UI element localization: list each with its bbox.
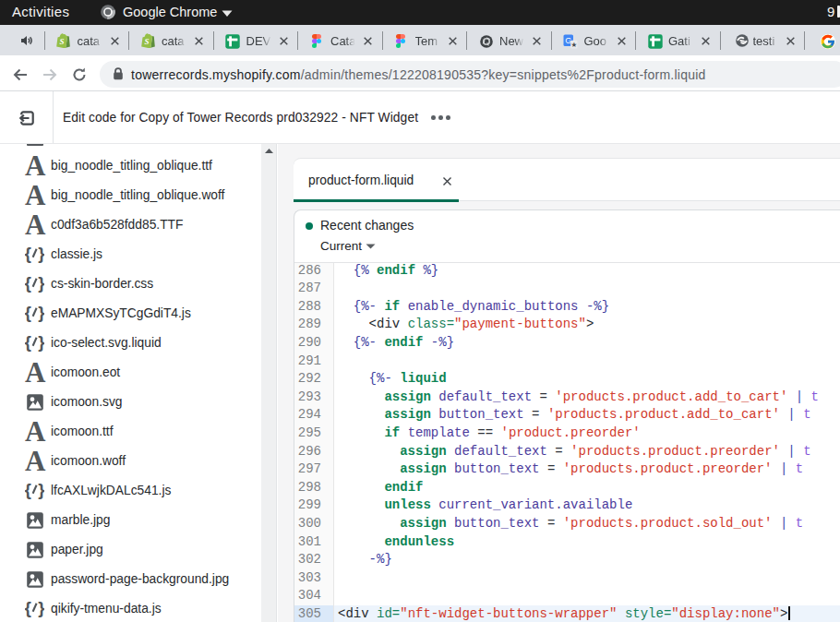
svg-text:{: {	[25, 599, 31, 617]
svg-text:{: {	[25, 245, 31, 263]
svg-text:}: }	[38, 333, 44, 352]
svg-text:S: S	[59, 37, 64, 46]
svg-text:}: }	[38, 245, 44, 263]
svg-text:}: }	[38, 481, 44, 499]
svg-text:{: {	[25, 274, 31, 293]
svg-text:{: {	[25, 333, 31, 352]
svg-text:{: {	[25, 481, 31, 499]
svg-text:S: S	[144, 37, 149, 46]
svg-text:}: }	[38, 274, 44, 293]
svg-text:}: }	[38, 599, 44, 617]
svg-text:}: }	[38, 304, 44, 322]
svg-text:★: ★	[570, 40, 577, 48]
svg-text:{: {	[25, 304, 31, 322]
